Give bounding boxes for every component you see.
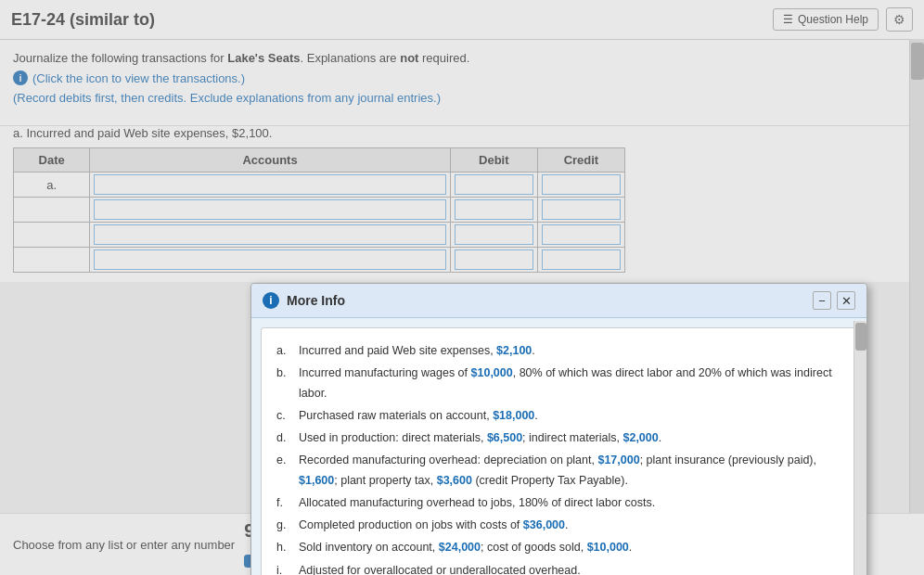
item-letter: e. xyxy=(276,451,291,491)
modal-body: a. Incurred and paid Web site expenses, … xyxy=(261,327,857,575)
modal-title-text: More Info xyxy=(287,293,345,308)
list-item: f. Allocated manufacturing overhead to j… xyxy=(276,493,841,513)
item-content: Incurred and paid Web site expenses, $2,… xyxy=(299,341,841,361)
item-content: Sold inventory on account, $24,000; cost… xyxy=(299,538,841,557)
item-content: Adjusted for overallocated or underalloc… xyxy=(299,561,841,576)
list-item: i. Adjusted for overallocated or underal… xyxy=(276,561,841,576)
more-info-modal: i More Info − ✕ a. Incurred and paid Web… xyxy=(250,283,867,575)
modal-scrollbar[interactable] xyxy=(853,321,866,575)
item-letter: i. xyxy=(276,561,291,576)
item-letter: a. xyxy=(276,341,291,361)
list-item: b. Incurred manufacturing wages of $10,0… xyxy=(276,364,841,403)
list-item: a. Incurred and paid Web site expenses, … xyxy=(276,341,841,361)
amount: $17,000 xyxy=(597,454,639,466)
item-content: Recorded manufacturing overhead: depreci… xyxy=(299,451,841,491)
item-content: Used in production: direct materials, $6… xyxy=(299,428,841,448)
list-item: e. Recorded manufacturing overhead: depr… xyxy=(276,451,841,491)
amount: $2,000 xyxy=(622,431,658,444)
item-letter: f. xyxy=(276,493,291,513)
amount: $3,600 xyxy=(437,474,472,487)
amount: $2,100 xyxy=(496,344,532,357)
item-letter: c. xyxy=(276,406,291,426)
amount: $6,500 xyxy=(487,431,522,444)
modal-close-button[interactable]: ✕ xyxy=(837,291,855,310)
amount: $10,000 xyxy=(587,541,629,554)
item-content: Incurred manufacturing wages of $10,000,… xyxy=(299,364,841,403)
modal-minimize-button[interactable]: − xyxy=(813,291,831,310)
modal-title: i More Info xyxy=(263,292,345,309)
list-item: g. Completed production on jobs with cos… xyxy=(276,516,841,535)
item-letter: h. xyxy=(276,538,291,557)
amount: $1,600 xyxy=(299,474,334,487)
modal-scrollbar-thumb[interactable] xyxy=(855,323,866,351)
amount: $36,000 xyxy=(523,518,565,531)
item-letter: b. xyxy=(276,364,291,403)
item-content: Allocated manufacturing overhead to jobs… xyxy=(299,493,841,513)
item-content: Purchased raw materials on account, $18,… xyxy=(299,406,841,426)
item-content: Completed production on jobs with costs … xyxy=(299,516,841,535)
list-item: c. Purchased raw materials on account, $… xyxy=(276,406,841,426)
modal-info-icon: i xyxy=(263,292,279,309)
modal-controls: − ✕ xyxy=(813,291,855,310)
modal-titlebar: i More Info − ✕ xyxy=(251,284,866,318)
amount: $24,000 xyxy=(439,541,481,554)
amount: $10,000 xyxy=(471,366,513,379)
item-letter: d. xyxy=(276,428,291,448)
list-item: h. Sold inventory on account, $24,000; c… xyxy=(276,538,841,557)
item-letter: g. xyxy=(276,516,291,535)
list-item: d. Used in production: direct materials,… xyxy=(276,428,841,448)
transactions-list: a. Incurred and paid Web site expenses, … xyxy=(276,341,841,575)
amount: $18,000 xyxy=(493,409,534,422)
